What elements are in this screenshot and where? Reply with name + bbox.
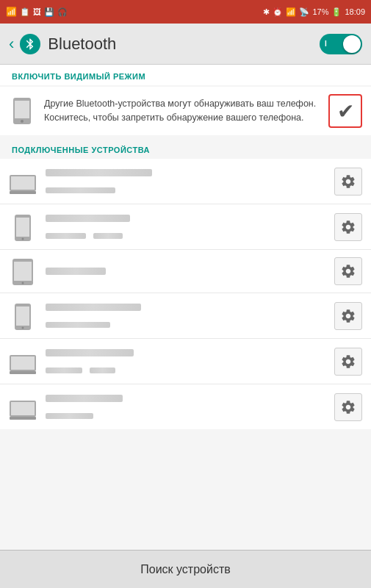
device-settings-button-4[interactable] [334,302,362,330]
device-name-placeholder-1 [46,169,152,176]
battery-percent: 17% [312,7,328,16]
device-row [0,384,371,429]
phone-device-icon [9,98,35,124]
svg-rect-16 [11,356,35,370]
device-settings-button-6[interactable] [334,393,362,421]
gear-icon-3 [340,263,356,279]
device-settings-button-2[interactable] [334,213,362,241]
device-sub-placeholder-1 [46,187,115,193]
headset-icon: 🎧 [57,7,68,17]
bluetooth-toggle[interactable]: I [320,34,362,54]
time-display: 18:09 [345,7,365,16]
laptop-icon-1 [9,168,37,196]
gear-icon-5 [340,354,356,370]
signal-bars-icon: 📶 [6,7,17,17]
devices-header-text: ПОДКЛЮЧЕННЫЕ УСТРОЙСТВА [12,146,150,154]
save-icon: 💾 [44,7,54,17]
signal-status-icon: 📡 [299,7,309,17]
laptop-icon-6 [9,393,37,421]
main-content: ВКЛЮЧИТЬ ВИДИМЫЙ РЕЖИМ Другие Bluetooth-… [0,65,371,550]
svg-rect-7 [16,218,29,237]
tablet-icon-3 [9,257,37,285]
phone-icon-4 [9,302,37,330]
gear-icon-6 [340,399,356,415]
device-name-placeholder-3 [46,268,106,275]
svg-rect-19 [11,402,35,415]
bluetooth-svg [24,37,37,51]
visibility-checkbox[interactable]: ✔ [328,94,362,128]
svg-rect-13 [16,306,29,326]
device-name-placeholder-2 [46,215,130,222]
device-info-2 [46,212,334,242]
toggle-knob [343,35,361,53]
title-bar: ‹ Bluetooth I [0,24,371,65]
status-bar: 📶 📋 🖼 💾 🎧 ✱ ⏰ 📶 📡 17% 🔋 18:09 [0,0,371,24]
gear-icon-4 [340,308,356,324]
device-row [0,250,371,293]
gear-icon-1 [340,173,356,190]
device-settings-button-1[interactable] [334,168,362,196]
svg-rect-10 [14,262,32,281]
svg-rect-5 [10,191,36,194]
image-icon: 🖼 [33,7,41,16]
gear-icon-2 [340,219,356,235]
device-info-5 [46,346,334,376]
page-title: Bluetooth [48,35,320,54]
bluetooth-icon [20,34,40,54]
svg-point-2 [21,120,24,123]
visibility-header-text: ВКЛЮЧИТЬ ВИДИМЫЙ РЕЖИМ [12,72,145,81]
visibility-description: Другие Bluetooth-устройства могут обнару… [44,97,323,125]
svg-point-8 [22,237,24,240]
status-left: 📶 📋 🖼 💾 🎧 [6,7,68,17]
device-name-placeholder-5 [46,349,134,356]
device-info-3 [46,265,334,278]
svg-point-14 [22,326,24,329]
battery-icon: 🔋 [331,7,342,17]
device-info-1 [46,166,334,196]
back-button[interactable]: ‹ [9,35,14,54]
svg-rect-1 [15,101,29,118]
status-right: ✱ ⏰ 📶 📡 17% 🔋 18:09 [263,7,365,17]
visibility-section-header: ВКЛЮЧИТЬ ВИДИМЫЙ РЕЖИМ [0,65,371,85]
devices-list [0,159,371,429]
phone-icon-2 [9,213,37,241]
svg-rect-20 [10,417,36,420]
svg-rect-4 [11,176,35,190]
sim-icon: 📋 [20,7,30,17]
bluetooth-status-icon: ✱ [263,7,270,17]
search-devices-button[interactable]: Поиск устройств [0,550,371,588]
device-name-placeholder-4 [46,304,141,311]
toggle-label: I [325,40,327,48]
check-mark-icon: ✔ [337,99,354,123]
device-info-6 [46,392,334,422]
device-row [0,204,371,250]
phone-icon-svg [12,98,32,124]
svg-rect-17 [10,371,36,374]
laptop-icon-5 [9,348,37,376]
wifi-status-icon: 📶 [286,7,296,17]
device-settings-button-5[interactable] [334,348,362,376]
device-row [0,159,371,204]
device-info-4 [46,301,334,331]
devices-section-header: ПОДКЛЮЧЕННЫЕ УСТРОЙСТВА [0,138,371,159]
device-row [0,339,371,384]
svg-point-11 [22,282,24,284]
device-name-placeholder-6 [46,395,123,402]
search-bar-label: Поиск устройств [140,563,231,576]
device-row [0,293,371,339]
clock-icon: ⏰ [273,7,283,17]
device-settings-button-3[interactable] [334,257,362,285]
visibility-row[interactable]: Другие Bluetooth-устройства могут обнару… [0,87,371,135]
